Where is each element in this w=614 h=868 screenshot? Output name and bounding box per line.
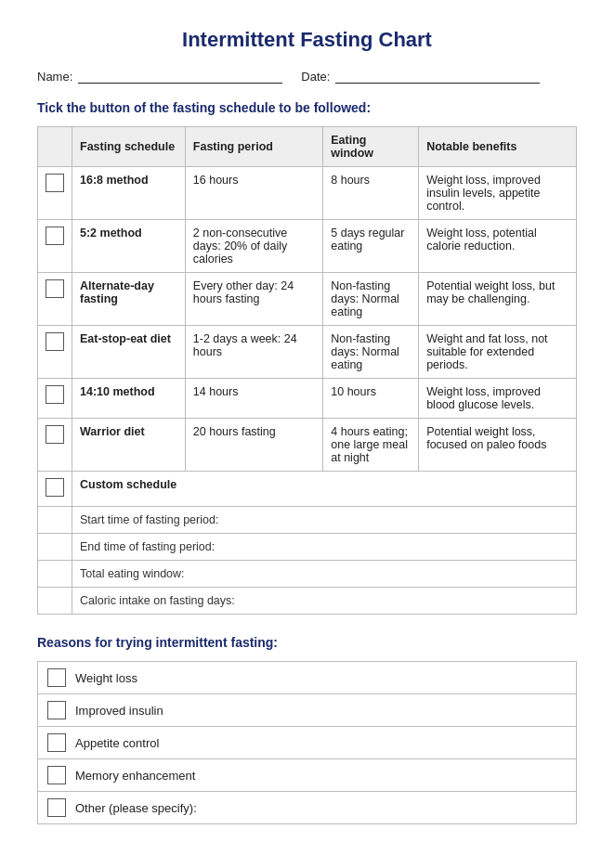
- row-checkbox-cell[interactable]: [38, 326, 72, 379]
- reason-label: Improved insulin: [75, 704, 163, 718]
- table-row: Eat-stop-eat diet 1-2 days a week: 24 ho…: [38, 326, 577, 379]
- table-row: 16:8 method 16 hours 8 hours Weight loss…: [38, 167, 577, 220]
- custom-field-label: Caloric intake on fasting days:: [72, 588, 577, 615]
- custom-field-row: Start time of fasting period:: [38, 507, 577, 534]
- reason-item: Improved insulin: [38, 694, 576, 727]
- row-benefits: Weight loss, improved blood glucose leve…: [419, 379, 577, 419]
- checkbox-icon[interactable]: [46, 279, 64, 298]
- custom-field-row: Caloric intake on fasting days:: [38, 588, 577, 615]
- header-schedule: Fasting schedule: [72, 127, 186, 167]
- custom-field-empty: [38, 561, 72, 588]
- custom-schedule-row: Custom schedule: [38, 472, 577, 507]
- header-checkbox-col: [38, 127, 72, 167]
- custom-field-row: End time of fasting period:: [38, 534, 577, 561]
- reason-checkbox[interactable]: [47, 766, 66, 784]
- custom-checkbox-cell[interactable]: [38, 472, 72, 507]
- row-eating: Non-fasting days: Normal eating: [323, 326, 419, 379]
- date-field: Date:: [301, 69, 540, 84]
- checkbox-icon[interactable]: [46, 332, 64, 351]
- checkbox-icon[interactable]: [46, 478, 64, 497]
- header-eating: Eating window: [323, 127, 419, 167]
- row-checkbox-cell[interactable]: [38, 220, 72, 273]
- row-checkbox-cell[interactable]: [38, 273, 72, 326]
- reason-item: Memory enhancement: [38, 759, 576, 792]
- reason-checkbox[interactable]: [47, 733, 66, 752]
- row-schedule: Eat-stop-eat diet: [72, 326, 186, 379]
- row-schedule: 5:2 method: [72, 220, 186, 273]
- table-header-row: Fasting schedule Fasting period Eating w…: [38, 127, 577, 167]
- header-period: Fasting period: [185, 127, 322, 167]
- row-checkbox-cell[interactable]: [38, 167, 72, 220]
- row-period: Every other day: 24 hours fasting: [185, 273, 322, 326]
- row-period: 2 non-consecutive days: 20% of daily cal…: [185, 220, 322, 273]
- row-schedule: Alternate-day fasting: [72, 273, 186, 326]
- page-title: Intermittent Fasting Chart: [37, 28, 577, 52]
- row-benefits: Weight and fat loss, not suitable for ex…: [419, 326, 577, 379]
- checkbox-icon[interactable]: [46, 385, 64, 404]
- checkbox-icon[interactable]: [46, 425, 64, 444]
- row-checkbox-cell[interactable]: [38, 419, 72, 472]
- reason-label: Weight loss: [75, 671, 137, 685]
- table-row: 14:10 method 14 hours 10 hours Weight lo…: [38, 379, 577, 419]
- row-checkbox-cell[interactable]: [38, 379, 72, 419]
- row-period: 1-2 days a week: 24 hours: [185, 326, 322, 379]
- reasons-section: Reasons for trying intermittent fasting:…: [37, 635, 577, 824]
- row-benefits: Potential weight loss, focused on paleo …: [419, 419, 577, 472]
- custom-field-label: Total eating window:: [72, 561, 577, 588]
- custom-field-row: Total eating window:: [38, 561, 577, 588]
- checkbox-icon[interactable]: [46, 174, 64, 192]
- checkbox-icon[interactable]: [46, 227, 64, 245]
- row-eating: Non-fasting days: Normal eating: [323, 273, 419, 326]
- table-row: Warrior diet 20 hours fasting 4 hours ea…: [38, 419, 577, 472]
- row-period: 20 hours fasting: [185, 419, 322, 472]
- row-eating: 8 hours: [323, 167, 419, 220]
- reason-checkbox[interactable]: [47, 798, 66, 817]
- reason-checkbox[interactable]: [47, 668, 66, 687]
- reason-item: Other (please specify):: [38, 792, 576, 823]
- table-row: 5:2 method 2 non-consecutive days: 20% o…: [38, 220, 577, 273]
- row-benefits: Potential weight loss, but may be challe…: [419, 273, 577, 326]
- name-field: Name:: [37, 69, 282, 84]
- custom-field-label: End time of fasting period:: [72, 534, 577, 561]
- custom-field-label: Start time of fasting period:: [72, 507, 577, 534]
- row-schedule: 14:10 method: [72, 379, 186, 419]
- row-benefits: Weight loss, potential calorie reduction…: [419, 220, 577, 273]
- instruction-label: Tick the button of the fasting schedule …: [37, 100, 577, 115]
- row-benefits: Weight loss, improved insulin levels, ap…: [419, 167, 577, 220]
- form-row: Name: Date:: [37, 69, 577, 84]
- row-period: 14 hours: [185, 379, 322, 419]
- row-schedule: Warrior diet: [72, 419, 186, 472]
- custom-field-empty: [38, 534, 72, 561]
- row-eating: 5 days regular eating: [323, 220, 419, 273]
- fasting-table: Fasting schedule Fasting period Eating w…: [37, 126, 577, 615]
- table-row: Alternate-day fasting Every other day: 2…: [38, 273, 577, 326]
- reason-checkbox[interactable]: [47, 701, 66, 719]
- date-input-line[interactable]: [335, 69, 540, 84]
- row-period: 16 hours: [185, 167, 322, 220]
- row-eating: 4 hours eating; one large meal at night: [323, 419, 419, 472]
- row-eating: 10 hours: [323, 379, 419, 419]
- custom-field-empty: [38, 507, 72, 534]
- reason-label: Memory enhancement: [75, 769, 195, 783]
- name-input-line[interactable]: [78, 69, 282, 84]
- name-label: Name:: [37, 70, 72, 84]
- reason-label: Appetite control: [75, 736, 159, 750]
- reasons-list: Weight loss Improved insulin Appetite co…: [37, 661, 577, 824]
- row-schedule: 16:8 method: [72, 167, 186, 220]
- reason-label: Other (please specify):: [75, 801, 197, 815]
- header-benefits: Notable benefits: [419, 127, 577, 167]
- reason-item: Weight loss: [38, 662, 576, 694]
- reasons-label: Reasons for trying intermittent fasting:: [37, 635, 577, 650]
- reason-item: Appetite control: [38, 727, 576, 759]
- date-label: Date:: [301, 70, 330, 84]
- custom-field-empty: [38, 588, 72, 615]
- custom-schedule-label: Custom schedule: [72, 472, 577, 507]
